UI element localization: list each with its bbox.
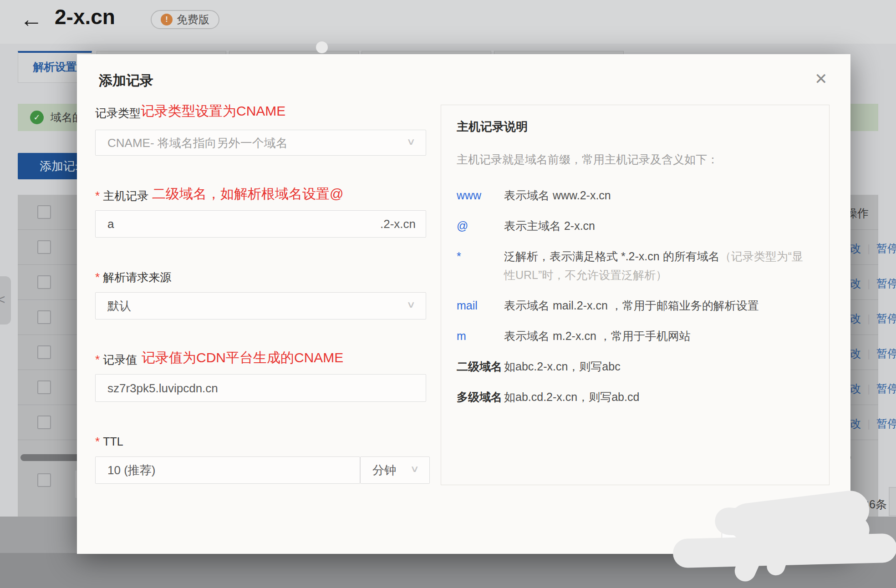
close-icon[interactable]: ✕ [815,70,828,88]
ttl-unit-select[interactable]: 分钟 ∨ [360,456,430,484]
sidebar-collapse-handle[interactable]: < [0,276,11,324]
domain-suffix: .2-x.cn [380,218,416,230]
record-value-input[interactable]: sz7r3pk5.luvipcdn.cn [95,374,426,402]
pause-link[interactable]: 暂停 [876,347,896,360]
host-record-label: *主机记录 [95,188,148,203]
marker-dot [316,41,328,53]
record-value-annotation: 记录值为CDN平台生成的CNAME [142,349,343,367]
action-divider: | [867,277,870,289]
check-circle-icon: ✓ [30,111,44,124]
pause-link[interactable]: 暂停 [876,312,896,324]
ttl-label: *TTL [95,435,123,449]
ttl-input[interactable]: 10 (推荐) [95,456,360,484]
row-checkbox[interactable] [37,275,51,289]
help-title: 主机记录说明 [457,119,814,135]
row-checkbox[interactable] [37,416,51,429]
dns-source-select[interactable]: 默认 ∨ [95,292,426,319]
domain-title: 2-x.cn [55,5,115,29]
help-row-second-level: 二级域名 如abc.2-x.cn，则写abc [457,357,814,376]
row-checkbox[interactable] [37,345,51,359]
row-checkbox[interactable] [37,380,51,394]
shield-icon: ! [161,14,173,25]
help-row-at: @ 表示主域名 2-x.cn [457,217,814,235]
marker-scribble [672,533,896,568]
pause-link[interactable]: 暂停 [876,277,896,289]
record-type-label: 记录类型 [95,106,141,121]
dns-source-label: *解析请求来源 [95,270,171,285]
add-record-dialog: 添加记录 ✕ 记录类型 记录类型设置为CNAME CNAME- 将域名指向另外一… [77,54,850,554]
action-divider: | [867,417,870,430]
pause-link[interactable]: 暂停 [876,417,896,430]
plan-badge-label: 免费版 [177,12,209,27]
host-record-annotation: 二级域名，如解析根域名设置@ [152,185,343,203]
help-row-mail: mail 表示域名 mail.2-x.cn ，常用于邮箱业务的解析设置 [457,296,814,315]
action-divider: | [867,382,870,395]
page-header [0,0,896,44]
dialog-title: 添加记录 [99,71,153,90]
screen: ← 2-x.cn ! 免费版 解析设置 ✓ 域名的 添加记录 操作 修改|暂停 [0,0,896,588]
record-type-select[interactable]: CNAME- 将域名指向另外一个域名 ∨ [95,130,426,156]
back-icon[interactable]: ← [20,6,43,32]
chevron-down-icon: ∨ [407,137,416,146]
help-row-m: m 表示域名 m.2-x.cn ，常用于手机网站 [457,327,814,345]
pagination-box[interactable] [889,487,896,516]
host-record-input[interactable]: a .2-x.cn [95,210,426,238]
help-row-multi-level: 多级域名 如ab.cd.2-x.cn，则写ab.cd [457,388,814,406]
action-divider: | [867,242,870,254]
record-value-label: *记录值 [95,352,137,367]
chevron-left-icon: < [0,292,5,307]
footer-checkbox[interactable] [37,473,51,487]
action-divider: | [867,312,870,324]
action-divider: | [867,347,870,360]
record-type-annotation: 记录类型设置为CNAME [141,102,285,121]
host-record-help-panel: 主机记录说明 主机记录就是域名前缀，常用主机记录及含义如下： www 表示域名 … [441,105,830,485]
pause-link[interactable]: 暂停 [876,242,896,254]
row-checkbox[interactable] [37,240,51,254]
help-intro: 主机记录就是域名前缀，常用主机记录及含义如下： [457,152,814,167]
chevron-down-icon: ∨ [407,300,416,309]
row-checkbox[interactable] [37,310,51,324]
plan-badge: ! 免费版 [151,10,219,29]
help-row-www: www 表示域名 www.2-x.cn [457,186,814,205]
select-all-checkbox[interactable] [37,205,51,219]
help-row-wildcard: * 泛解析，表示满足格式 *.2-x.cn 的所有域名（记录类型为“显性URL”… [457,247,814,284]
pause-link[interactable]: 暂停 [876,382,896,395]
chevron-down-icon: ∨ [410,465,420,474]
